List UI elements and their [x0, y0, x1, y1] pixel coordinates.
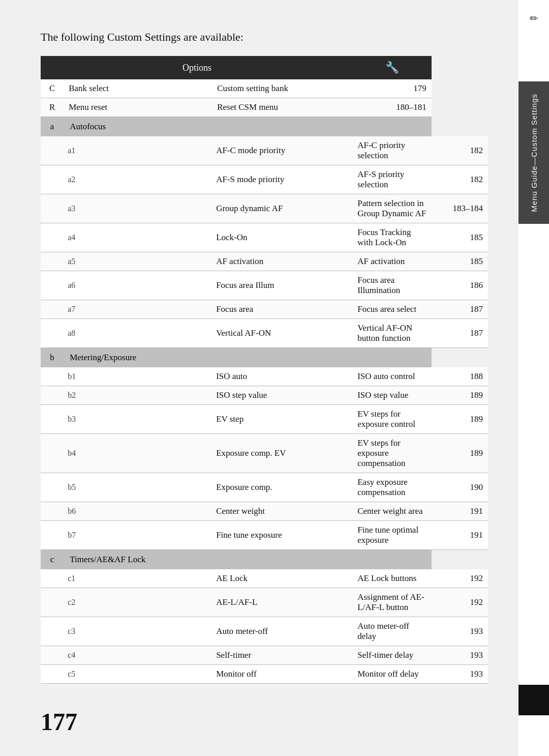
row-desc: Auto meter-off delay: [353, 617, 432, 646]
row-desc: Reset CSM menu: [212, 98, 353, 117]
row-desc: Vertical AF-ON button function: [353, 319, 432, 348]
row-desc: AF-S priority selection: [353, 165, 432, 194]
table-row: C Bank select Custom setting bank 179: [41, 79, 488, 98]
row-page: 189: [432, 434, 488, 473]
table-row: b4 Exposure comp. EV EV steps for exposu…: [41, 434, 488, 473]
row-name: AE-L/AF-L: [212, 588, 353, 617]
row-name: Monitor off: [212, 665, 353, 684]
row-desc: Easy exposure compensation: [353, 473, 432, 502]
row-name: EV step: [212, 405, 353, 434]
options-header: Options: [41, 56, 353, 79]
row-desc: ISO auto control: [353, 367, 432, 386]
row-outer: [41, 405, 64, 434]
row-desc: Center weight area: [353, 502, 432, 521]
row-outer: [41, 473, 64, 502]
settings-table: Options 🔧 C Bank select Custom setting b…: [41, 56, 488, 684]
row-name: AF-C mode priority: [212, 136, 353, 165]
row-desc: Self-timer delay: [353, 646, 432, 665]
row-name: AF activation: [212, 252, 353, 271]
row-name: Self-timer: [212, 646, 353, 665]
sidebar-label: Menu Guide—Custom Settings: [530, 94, 538, 212]
table-row: c5 Monitor off Monitor off delay 193: [41, 665, 488, 684]
row-code: b4: [64, 434, 212, 473]
row-desc: AF-C priority selection: [353, 136, 432, 165]
row-outer-code: R: [41, 98, 64, 117]
pencil-icon: ✏: [530, 12, 538, 24]
row-name: Focus area Illum: [212, 271, 353, 300]
row-name: Center weight: [212, 502, 353, 521]
row-outer: [41, 223, 64, 252]
section-row-a: a Autofocus: [41, 117, 488, 137]
row-page: 193: [432, 665, 488, 684]
row-desc: Focus area select: [353, 300, 432, 319]
row-outer: [41, 136, 64, 165]
row-outer: [41, 194, 64, 223]
row-outer: [41, 252, 64, 271]
row-code: c3: [64, 617, 212, 646]
row-name: Group dynamic AF: [212, 194, 353, 223]
row-code: c1: [64, 569, 212, 588]
row-outer: [41, 502, 64, 521]
row-page: 191: [432, 521, 488, 550]
row-name: Exposure comp.: [212, 473, 353, 502]
row-code: a8: [64, 319, 212, 348]
row-code: c4: [64, 646, 212, 665]
row-page: 182: [432, 136, 488, 165]
row-outer-code: C: [41, 79, 64, 98]
row-code: c5: [64, 665, 212, 684]
row-outer: [41, 588, 64, 617]
row-outer: [41, 646, 64, 665]
row-page: 192: [432, 569, 488, 588]
table-row: b7 Fine tune exposure Fine tune optimal …: [41, 521, 488, 550]
row-page: 183–184: [432, 194, 488, 223]
row-desc: Pattern selection in Group Dynamic AF: [353, 194, 432, 223]
row-page: 180–181: [353, 98, 432, 117]
row-outer: [41, 300, 64, 319]
row-code: b3: [64, 405, 212, 434]
row-outer: [41, 521, 64, 550]
row-desc: Focus area Illumination: [353, 271, 432, 300]
row-outer: [41, 386, 64, 405]
row-page: 187: [432, 300, 488, 319]
section-id: c: [41, 550, 64, 570]
row-outer: [41, 569, 64, 588]
icon-header: 🔧: [353, 56, 432, 79]
row-page: 188: [432, 367, 488, 386]
row-outer: [41, 271, 64, 300]
row-code: a7: [64, 300, 212, 319]
table-row: a3 Group dynamic AF Pattern selection in…: [41, 194, 488, 223]
row-code: b6: [64, 502, 212, 521]
row-desc: ISO step value: [353, 386, 432, 405]
row-page: 182: [432, 165, 488, 194]
table-row: R Menu reset Reset CSM menu 180–181: [41, 98, 488, 117]
row-code: c2: [64, 588, 212, 617]
section-label: Timers/AE&AF Lock: [64, 550, 432, 570]
top-icon-area: ✏: [518, 5, 549, 24]
row-code: a1: [64, 136, 212, 165]
table-row: a5 AF activation AF activation 185: [41, 252, 488, 271]
black-tab: [518, 685, 549, 715]
row-desc: Monitor off delay: [353, 665, 432, 684]
table-row: b1 ISO auto ISO auto control 188: [41, 367, 488, 386]
table-row: a4 Lock-On Focus Tracking with Lock-On 1…: [41, 223, 488, 252]
section-label: Autofocus: [64, 117, 432, 137]
row-outer: [41, 367, 64, 386]
row-desc: EV steps for exposure compensation: [353, 434, 432, 473]
table-row: a1 AF-C mode priority AF-C priority sele…: [41, 136, 488, 165]
row-desc: Focus Tracking with Lock-On: [353, 223, 432, 252]
section-row-c: c Timers/AE&AF Lock: [41, 550, 488, 570]
row-page: 192: [432, 588, 488, 617]
row-code: b7: [64, 521, 212, 550]
row-page: 193: [432, 617, 488, 646]
table-row: b2 ISO step value ISO step value 189: [41, 386, 488, 405]
table-header-row: Options 🔧: [41, 56, 488, 79]
row-code: b2: [64, 386, 212, 405]
page-content: The following Custom Settings are availa…: [0, 0, 518, 756]
row-name: Fine tune exposure: [212, 521, 353, 550]
row-code: a6: [64, 271, 212, 300]
row-name: ISO auto: [212, 367, 353, 386]
table-row: c4 Self-timer Self-timer delay 193: [41, 646, 488, 665]
row-page: 190: [432, 473, 488, 502]
row-desc: AE Lock buttons: [353, 569, 432, 588]
row-outer: [41, 319, 64, 348]
